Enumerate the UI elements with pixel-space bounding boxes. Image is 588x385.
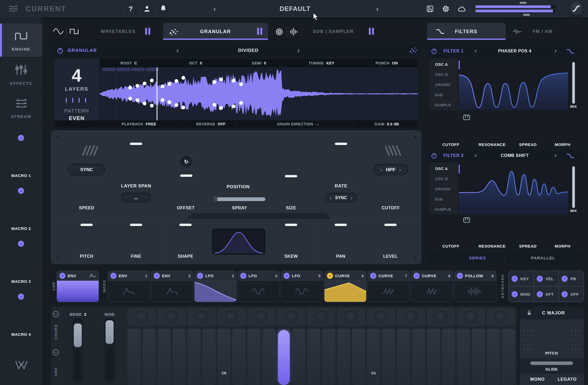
layers-value[interactable]: 4	[72, 65, 82, 86]
kbd-mod-off[interactable]: ◂▸OFF	[559, 286, 584, 302]
filter2-preset[interactable]: COMB SHIFT	[501, 153, 529, 158]
help-icon[interactable]: ?	[129, 5, 133, 13]
grain-filter-mode-selector[interactable]: ‹HPF›	[373, 164, 408, 176]
filter1-src-osca[interactable]: OSC A	[435, 62, 448, 67]
mod-badge[interactable]: ◂▸	[457, 273, 463, 279]
sidebar-item-effects[interactable]: EFFECTS	[0, 57, 42, 90]
mod-badge[interactable]: ◂▸	[197, 273, 203, 279]
filter2-prev[interactable]: ‹	[475, 152, 477, 159]
filter2-keytrack-icon[interactable]	[463, 217, 470, 223]
tab-sub-sampler[interactable]: SUB | SAMPLER	[313, 29, 354, 34]
mod-slot-env-1[interactable]: ◂▸ENV1	[108, 271, 150, 302]
mod-slot-follow-9[interactable]: ◂▸FOLLOW9	[454, 271, 496, 302]
piano-key[interactable]: C0	[217, 329, 231, 385]
mod-badge[interactable]: ◂▸	[537, 276, 543, 282]
mono-button[interactable]: MONO	[530, 377, 545, 382]
punch-value[interactable]: ON	[392, 61, 398, 65]
granular-pause-icon[interactable]	[257, 28, 262, 35]
filter1-src-sample[interactable]: SAMPLE	[435, 103, 451, 107]
filter1-src-oscb[interactable]: OSC B	[435, 72, 448, 77]
tab-fm-am[interactable]: FM / AM	[532, 29, 552, 34]
filter1-prev[interactable]: ‹	[475, 48, 477, 54]
sub-circle-icon[interactable]	[275, 28, 283, 36]
piano-key[interactable]	[442, 329, 455, 385]
piano-key[interactable]	[262, 329, 276, 385]
wavetables-pause-icon[interactable]	[145, 28, 150, 35]
piano-key[interactable]	[382, 329, 395, 385]
filter2-slope-icon[interactable]	[566, 153, 575, 159]
mod-badge[interactable]: ◂▸	[370, 273, 376, 279]
trigger-pad[interactable]	[487, 308, 515, 326]
tuning-value[interactable]: KEY	[326, 61, 335, 65]
save-icon[interactable]	[426, 5, 434, 13]
bell-icon[interactable]	[160, 5, 167, 13]
routing-parallel-button[interactable]: PARALLEL	[531, 256, 555, 260]
mod-badge[interactable]: ◂▸	[562, 276, 568, 282]
filter-mode-prev[interactable]: ‹	[381, 167, 382, 172]
macro4-mod-badge[interactable]: ◂▸	[18, 294, 24, 300]
macro3-mod-badge[interactable]: ◂▸	[18, 241, 24, 247]
piano-key[interactable]	[487, 329, 500, 385]
trigger-pad[interactable]	[247, 308, 276, 326]
piano-key[interactable]	[457, 329, 470, 385]
sine-wave-icon[interactable]	[53, 28, 64, 35]
limiter-button[interactable]	[570, 2, 583, 16]
filter1-next[interactable]: ›	[555, 48, 557, 54]
routing-series-button[interactable]: SERIES	[469, 256, 486, 260]
spray-slider[interactable]	[214, 197, 265, 201]
piano-key[interactable]	[172, 329, 186, 385]
mod-slot-lfo-3[interactable]: ◂▸LFO3	[194, 271, 237, 302]
grain-direction-value[interactable]: →	[316, 122, 320, 126]
piano-key[interactable]	[412, 329, 425, 385]
filter2-mix-slider[interactable]	[572, 166, 575, 208]
granular-preset-prev[interactable]: ‹	[176, 47, 179, 54]
speed-sync-button[interactable]: SYNC	[68, 164, 105, 176]
filter1-mix-slider[interactable]	[572, 62, 575, 104]
mod-badge[interactable]: ◂▸	[284, 273, 290, 279]
piano-key[interactable]	[127, 329, 141, 385]
preset-prev-button[interactable]: ‹	[213, 5, 216, 13]
trigger-pad[interactable]	[337, 308, 365, 326]
piano-key[interactable]	[472, 329, 485, 385]
filter2-src-sub[interactable]: SUB	[434, 197, 443, 201]
sidebar-item-stream[interactable]: STREAM	[0, 91, 42, 124]
piano-key[interactable]: C1	[367, 329, 380, 385]
filter-mode-next[interactable]: ›	[399, 167, 401, 172]
piano-key[interactable]	[352, 329, 365, 385]
trigger-pad[interactable]	[367, 308, 395, 326]
meter-handle-bottom[interactable]	[523, 14, 530, 16]
mod-slot-curve-7[interactable]: ◂▸CURVE7	[368, 271, 410, 302]
semi-value[interactable]: 0	[264, 61, 266, 65]
trigger-pad[interactable]	[457, 308, 485, 326]
reverse-value[interactable]: OFF	[218, 122, 226, 126]
user-icon[interactable]	[143, 5, 151, 13]
trigger-pad[interactable]	[157, 308, 186, 326]
meter-handle-top[interactable]	[520, 2, 527, 4]
mod-badge[interactable]: ◂▸	[327, 273, 333, 279]
filter1-src-grains[interactable]: GRAINS	[435, 83, 451, 87]
layer-span-mode-button[interactable]: ↔	[121, 193, 151, 203]
mod-slot-curve-8[interactable]: ◂▸CURVE8	[411, 271, 453, 302]
piano-key[interactable]	[427, 329, 440, 385]
sub-sampler-pause-icon[interactable]	[369, 28, 374, 35]
bend-slider[interactable]	[73, 319, 83, 383]
mod-slot-lfo-4[interactable]: ◂▸LFO4	[238, 271, 280, 302]
piano-key[interactable]	[247, 329, 261, 385]
chord-label[interactable]: CHORD	[54, 324, 58, 340]
amp-env-card[interactable]: ◂▸ENV	[57, 271, 99, 302]
trigger-pad[interactable]	[187, 308, 216, 326]
cloud-icon[interactable]	[457, 5, 466, 13]
piano-key[interactable]	[142, 329, 156, 385]
trigger-pad[interactable]	[397, 308, 425, 326]
glide-slider[interactable]	[530, 361, 573, 365]
mod-badge[interactable]: ◂▸	[413, 273, 420, 279]
arp-toggle-icon[interactable]	[52, 349, 59, 356]
piano-key[interactable]	[187, 329, 201, 385]
mod-slot-env-2[interactable]: ◂▸ENV2	[151, 271, 193, 302]
trigger-pad[interactable]	[217, 308, 246, 326]
gear-icon[interactable]	[442, 5, 450, 13]
fm-wave-icon[interactable]	[512, 28, 522, 35]
granular-power-icon[interactable]	[57, 47, 64, 54]
kbd-mod-aft[interactable]: ◂▸AFT	[534, 286, 559, 302]
piano-key[interactable]	[337, 329, 350, 385]
